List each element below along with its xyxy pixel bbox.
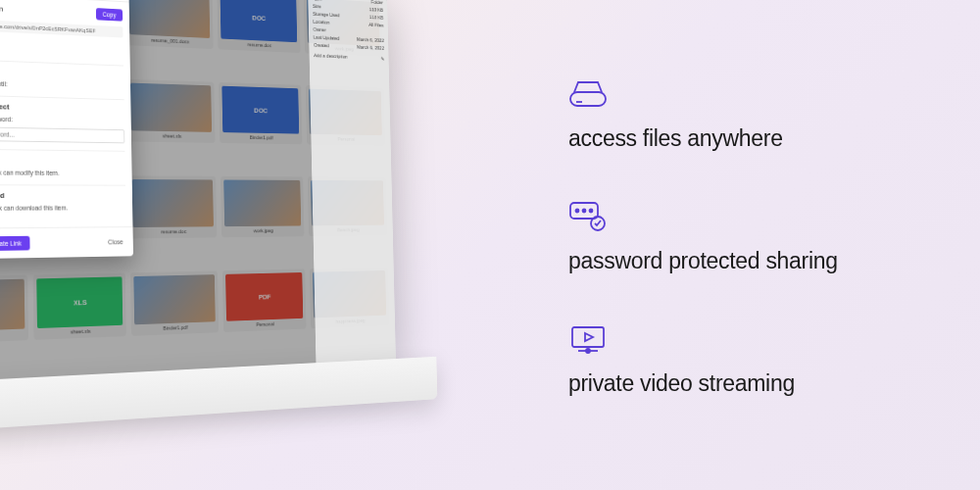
editing-checkbox[interactable]: Users with link can modify this item. — [0, 168, 125, 177]
feature-item: private video streaming — [568, 323, 941, 397]
svg-rect-7 — [572, 327, 604, 347]
svg-point-3 — [576, 210, 579, 213]
file-tile[interactable]: resume.doc — [128, 175, 217, 238]
editing-title: Allow editing — [0, 155, 125, 166]
file-name: resume.doc — [248, 42, 271, 49]
copy-button[interactable]: Copy — [96, 8, 123, 22]
feature-item: password protected sharing — [568, 201, 941, 274]
file-name: work.jpeg — [254, 228, 273, 234]
shareable-link-dialog: Shareable link 🔗 ⚙ Link sharing is on Co… — [0, 0, 133, 260]
detail-updated-label: Last Updated — [314, 34, 340, 41]
feature-text: password protected sharing — [568, 248, 941, 274]
detail-size-label: Size — [313, 3, 321, 9]
sharing-status: Link sharing is on — [0, 2, 92, 18]
detail-storage-value: 110 KB — [369, 15, 383, 21]
update-link-button[interactable]: Update Link — [0, 236, 30, 251]
file-name: resume_001.docx — [151, 37, 189, 44]
feature-list: access files anywherepassword protected … — [568, 78, 941, 446]
detail-type-label: Type — [313, 0, 322, 1]
password-icon — [568, 201, 941, 236]
file-tile[interactable]: Binder1.pdf — [130, 270, 219, 335]
detail-location-label: Location — [313, 19, 329, 24]
password-input[interactable] — [0, 126, 124, 144]
download-checkbox[interactable]: Users with link can download this item. — [0, 204, 125, 213]
detail-location-value: All Files — [368, 22, 383, 27]
edit-icon[interactable]: ✎ — [381, 56, 385, 62]
password-title: Password Protect — [0, 101, 124, 114]
video-icon — [568, 323, 941, 359]
detail-owner-label: Owner — [313, 26, 325, 32]
file-tile[interactable]: sheet.xls — [127, 79, 216, 143]
detail-type-value: Folder — [371, 0, 383, 5]
detail-storage-label: Storage Used — [313, 11, 339, 18]
svg-point-9 — [586, 349, 590, 353]
file-name: sheet.xls — [71, 328, 91, 335]
file-details-panel: TypeFolder Size110 KB Storage Used110 KB… — [308, 0, 396, 363]
expiration-checkbox[interactable]: Link is valid until: — [0, 77, 123, 91]
screen: Personalhappiness.jpegresume_001.docxDOC… — [0, 0, 396, 383]
file-tile[interactable]: DOCBinder1.pdf — [219, 82, 302, 144]
drive-icon — [568, 78, 941, 114]
detail-description-placeholder[interactable]: Add a description — [314, 53, 348, 61]
file-tile[interactable]: PDFPersonal — [222, 269, 307, 332]
svg-point-5 — [590, 210, 593, 213]
feature-text: private video streaming — [568, 370, 941, 397]
feature-item: access files anywhere — [568, 78, 941, 152]
detail-created-value: March 6, 2022 — [357, 44, 384, 51]
file-name: sheet.xls — [163, 133, 182, 139]
file-name: resume.doc — [161, 228, 186, 234]
file-name: Binder1.pdf — [250, 134, 273, 140]
file-tile[interactable]: DOCresume.doc — [217, 0, 300, 53]
svg-point-4 — [583, 210, 586, 213]
file-tile[interactable]: work.jpeg — [220, 176, 305, 237]
svg-rect-0 — [570, 92, 606, 106]
expiration-title: Link expiration — [0, 66, 123, 80]
file-name: Personal — [256, 321, 274, 327]
close-button[interactable]: Close — [105, 235, 126, 250]
share-url[interactable]: https://app.prismdrive.com/drive/s/DnP2c… — [0, 18, 123, 37]
detail-size-value: 110 KB — [369, 7, 383, 13]
detail-created-label: Created — [314, 42, 329, 48]
file-tile[interactable]: Mountain.jpeg — [0, 275, 28, 345]
detail-updated-value: March 6, 2022 — [357, 36, 384, 43]
file-tile[interactable]: resume_001.docx — [125, 0, 214, 49]
feature-text: access files anywhere — [568, 125, 941, 152]
password-checkbox[interactable]: Require password: — [0, 114, 124, 126]
file-name: Binder1.pdf — [163, 324, 187, 331]
download-title: Allow download — [0, 191, 125, 200]
file-tile[interactable]: XLSsheet.xls — [33, 272, 126, 339]
computer-monitor: Personalhappiness.jpegresume_001.docxDOC… — [0, 0, 397, 432]
